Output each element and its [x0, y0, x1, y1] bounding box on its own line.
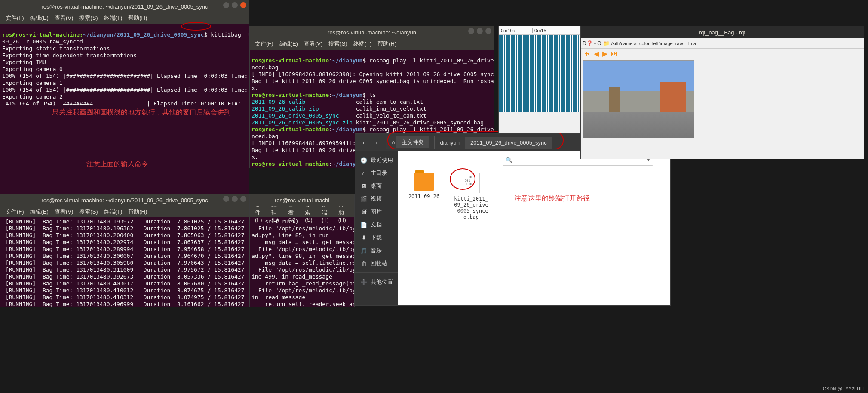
menubar: 文件(F) 编辑(E) 查看(V) 搜索(S) 终端(T) 帮助(H) [0, 12, 249, 24]
line: Exporting camera 0 [2, 66, 63, 72]
skip-forward-icon[interactable]: ⏭ [611, 50, 618, 58]
terminal-4[interactable]: ros@ros-virtual-machi 文件(F)编辑(E)查看(V)搜索(… [249, 194, 355, 307]
sidebar-item[interactable]: 🎵音乐 [355, 244, 398, 257]
cmd2: 09_26 -r 0005 raw_synced [2, 38, 83, 45]
menu-terminal[interactable]: 终端(T) [351, 39, 374, 49]
window-title: ros@ros-virtual-machi [275, 197, 329, 204]
menu-search[interactable]: 搜索(S) [326, 39, 350, 49]
back-button[interactable]: ‹ [359, 137, 369, 148]
maximize-button[interactable] [232, 2, 238, 8]
titlebar[interactable]: rqt_bag__Bag - rqt [581, 26, 864, 38]
next-icon[interactable]: ▶ [602, 50, 607, 58]
line: Exporting camera 1 [2, 80, 63, 86]
sidebar-icon: ⌂ [360, 170, 367, 176]
sidebar-label: 音乐 [371, 247, 382, 254]
sidebar-label: 图片 [371, 208, 382, 216]
terminal-3[interactable]: ros@ros-virtual-machine: ~/dianyun/2011_… [0, 194, 249, 307]
menu-file[interactable]: 文件(F) [3, 13, 27, 23]
rqt-timeline[interactable]: 0m10s 0m15 [498, 26, 580, 133]
sidebar-icon: 📄 [360, 222, 367, 228]
sidebar-item[interactable]: 🎬视频 [355, 192, 398, 205]
forward-button[interactable]: › [371, 137, 382, 148]
ls-item: kitti_2011_09_26_drive_0005_synced.bag [356, 119, 484, 126]
prompt-user: ros@ros-virtual-machine [252, 161, 329, 167]
annotation-2: 注意上面的输入命令 [86, 160, 148, 169]
maximize-button[interactable] [232, 196, 238, 202]
sidebar-item[interactable]: 📄文档 [355, 218, 398, 231]
menu-search[interactable]: 搜索(S) [77, 207, 100, 217]
sidebar-label: 下载 [371, 234, 382, 241]
tick: 0m15 [532, 28, 564, 33]
terminal-body[interactable]: self.run() File "/opt/ros/melodic/lib/py… [250, 217, 354, 307]
sidebar-item[interactable]: 🖼图片 [355, 205, 398, 218]
line: 41% (64 of 154) |######### | Elapsed Tim… [2, 100, 249, 107]
prompt-path: ~/dianyun/2011_09_26_drive_0005_sync [83, 31, 204, 38]
menu-help[interactable]: 帮助(H) [375, 39, 399, 49]
menu-file[interactable]: 文件(F) [3, 207, 27, 217]
titlebar[interactable]: ros@ros-virtual-machine: ~/dianyun/2011_… [0, 0, 249, 12]
sidebar-label: 主目录 [371, 169, 387, 177]
sidebar-item[interactable]: ➕其他位置 [355, 275, 398, 288]
camera-preview [583, 60, 694, 138]
skip-back-icon[interactable]: ⏮ [583, 50, 590, 58]
file-manager[interactable]: ‹ › ⌂ 主文件夹 dianyun 2011_09_26_drive_0005… [355, 133, 671, 306]
prompt-path: ~/dianyun [332, 126, 362, 133]
close-button[interactable] [485, 28, 491, 34]
minimize-button[interactable] [223, 2, 229, 8]
menu-edit[interactable]: 编辑(E) [277, 39, 301, 49]
terminal-body[interactable]: [RUNNING] Bag Time: 1317013480.193972 Du… [0, 217, 249, 307]
menu-search[interactable]: 搜索(S) [77, 13, 100, 23]
fm-body: 🕘最近使用⌂主目录🖥桌面🎬视频🖼图片📄文档⬇下载🎵音乐🗑回收站➕其他位置 🔍 ▾… [355, 151, 670, 305]
sidebar-item[interactable]: 🗑回收站 [355, 257, 398, 270]
timeline-data[interactable] [499, 35, 580, 112]
menu-help[interactable]: 帮助(H) [126, 13, 150, 23]
watermark: CSDN @FYY2LHH [823, 386, 864, 391]
menubar: 文件(F)编辑(E)查看(V)搜索(S)终端(T)帮助(H) [0, 206, 249, 217]
fm-content[interactable]: 🔍 ▾ 2011_09_26 1 10 101 1010 kitti_2011_… [398, 151, 670, 305]
menu-edit[interactable]: 编辑(E) [28, 207, 51, 217]
window-title: rqt_bag__Bag - rqt [699, 29, 745, 36]
menu-file[interactable]: 文件(F) [252, 39, 276, 49]
folder-item[interactable]: 2011_09_26 [407, 173, 441, 220]
file-label: kitti_2011_09_26_drive_0005_synced.bag [454, 196, 488, 220]
line: 100% (154 of 154) |#####################… [2, 87, 249, 93]
menu-edit[interactable]: 编辑(E) [28, 13, 51, 23]
prev-icon[interactable]: ◀ [594, 50, 599, 58]
rqt-bag[interactable]: rqt_bag__Bag - rqt D❓ - O 📁 /kitti/camer… [580, 26, 864, 159]
nav-buttons: ‹ › [359, 137, 382, 148]
close-button[interactable] [240, 2, 246, 8]
minimize-button[interactable] [223, 196, 229, 202]
sidebar-item[interactable]: 🕘最近使用 [355, 154, 398, 167]
line: Exporting IMU [2, 59, 46, 65]
sidebar-item[interactable]: ⌂主目录 [355, 167, 398, 179]
minimize-button[interactable] [468, 28, 474, 34]
terminal-1[interactable]: ros@ros-virtual-machine: ~/dianyun/2011_… [0, 0, 249, 194]
menu-help[interactable]: 帮助(H) [126, 207, 150, 217]
menu-terminal[interactable]: 终端(T) [101, 13, 125, 23]
sidebar-icon: 🗑 [360, 260, 367, 267]
sidebar-icon: ➕ [360, 279, 367, 285]
circle-annotation [181, 22, 211, 31]
timeline-ruler[interactable]: 0m10s 0m15 [499, 26, 580, 35]
ls-item: 2011_09_26_calib [252, 99, 305, 105]
line: Exporting time dependent transformations [2, 52, 137, 59]
playback-controls: ⏮ ◀ ▶ ⏭ [581, 49, 864, 59]
folder-icon[interactable]: 📁 [603, 40, 610, 46]
sidebar-icon: 🕘 [360, 157, 367, 164]
toolbar-text[interactable]: D❓ - O [583, 40, 601, 46]
sidebar-label: 最近使用 [371, 156, 393, 164]
menu-view[interactable]: 查看(V) [52, 13, 76, 23]
close-button[interactable] [240, 196, 246, 202]
menu-view[interactable]: 查看(V) [301, 39, 325, 49]
titlebar[interactable]: ros@ros-virtual-machine: ~/dianyun [250, 26, 494, 38]
titlebar[interactable]: ros@ros-virtual-machine: ~/dianyun/2011_… [0, 194, 249, 206]
window-buttons [223, 2, 246, 8]
menu-terminal[interactable]: 终端(T) [101, 207, 125, 217]
circle-annotation [387, 131, 564, 149]
ls-item: 2011_09_26_drive_0005_sync.zip [252, 119, 353, 126]
sidebar-item[interactable]: 🖥桌面 [355, 179, 398, 192]
sidebar-item[interactable]: ⬇下载 [355, 231, 398, 244]
menu-view[interactable]: 查看(V) [52, 207, 76, 217]
titlebar[interactable]: ros@ros-virtual-machi [250, 194, 354, 206]
maximize-button[interactable] [477, 28, 483, 34]
